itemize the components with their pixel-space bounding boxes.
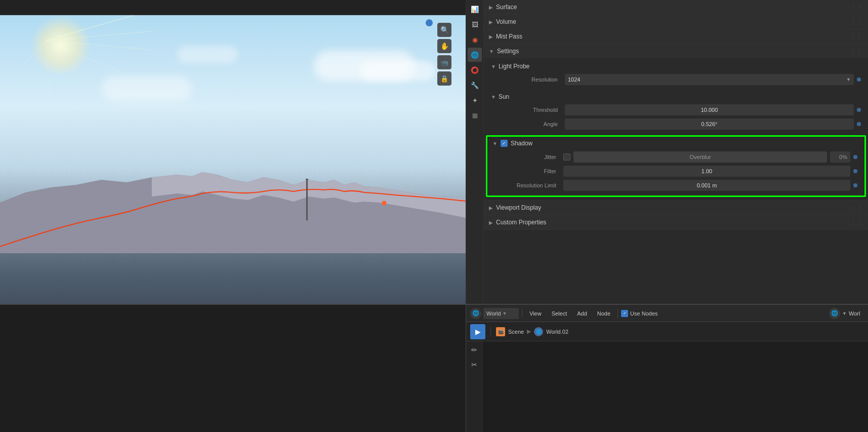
world-icon-btn[interactable]: 🌐: [470, 308, 481, 319]
sidebar-icon-view[interactable]: ◉: [468, 32, 482, 47]
section-cp-dots: ⋮⋮: [851, 220, 863, 225]
add-btn[interactable]: Add: [573, 308, 591, 319]
blue-dot: [426, 19, 433, 26]
section-viewport-display-label: Viewport Display: [496, 204, 541, 211]
shadow-section: ▼ ✓ Shadow Jitter Overblur: [486, 135, 866, 197]
section-volume: ▶ Volume ⋮⋮: [484, 15, 868, 29]
threshold-value-field[interactable]: 10.000: [565, 104, 854, 115]
section-vd-dots: ⋮⋮: [851, 205, 863, 211]
resolution-limit-value: 0.001 m: [697, 182, 717, 188]
world-dropdown[interactable]: World ▼: [483, 308, 519, 319]
breadcrumb-area: ▶ 🎬 Scene ▶ 🌐 World.02: [466, 322, 868, 341]
use-nodes-label: ✓ Use Nodes: [621, 310, 657, 317]
node-btn[interactable]: Node: [593, 308, 614, 319]
viewport-image: 🔍 ✋ 📹 🔒: [0, 0, 466, 304]
breadcrumb-arrow: ▶: [527, 328, 531, 335]
section-surface-dots: ⋮⋮: [851, 5, 863, 10]
sidebar-icon-object[interactable]: ⭕: [468, 63, 482, 77]
app-layout: 🔍 ✋ 📹 🔒 📊 🖼 ◉ 🌐 ⭕ 🔧 ✦ ⊞: [0, 0, 868, 432]
chevron-right-volume-icon: ▶: [489, 19, 493, 25]
overblur-field[interactable]: Overblur: [573, 151, 827, 163]
float-icons: 🔍 ✋ 📹 🔒: [437, 23, 451, 86]
svg-line-2: [46, 41, 152, 51]
select-tool-btn[interactable]: ▶: [470, 324, 485, 339]
jitter-percent-field[interactable]: 0%: [830, 151, 850, 163]
shadow-label: Shadow: [511, 140, 532, 147]
shadow-header[interactable]: ▼ ✓ Shadow: [487, 137, 864, 150]
section-mist-dots: ⋮⋮: [851, 34, 863, 40]
scene-icon: 🎬: [496, 327, 505, 336]
camera-icon[interactable]: 📹: [437, 55, 451, 69]
jitter-row: Jitter Overblur 0%: [487, 150, 864, 164]
resolution-dot: [857, 77, 861, 82]
jitter-dot: [853, 155, 857, 159]
chevron-down-shadow-icon: ▼: [492, 141, 498, 146]
angle-dot: [857, 122, 861, 126]
resolution-limit-dot: [853, 183, 857, 187]
chevron-right-cp-icon: ▶: [489, 220, 493, 225]
select-btn[interactable]: Select: [548, 308, 571, 319]
angle-value-field[interactable]: 0.526°: [565, 119, 854, 130]
top-section: 🔍 ✋ 📹 🔒 📊 🖼 ◉ 🌐 ⭕ 🔧 ✦ ⊞: [0, 0, 868, 304]
section-custom-props-label: Custom Properties: [496, 219, 546, 226]
light-probe-header[interactable]: ▼ Light Probe: [484, 60, 868, 72]
world-right-dropdown-arrow[interactable]: ▼: [842, 311, 847, 316]
sidebar-icon-render[interactable]: 📊: [468, 2, 482, 16]
cut-tool-btn[interactable]: ✂: [468, 358, 481, 371]
svg-line-5: [46, 41, 51, 111]
main-viewport[interactable]: 🔍 ✋ 📹 🔒: [0, 0, 466, 304]
section-custom-props-header[interactable]: ▶ Custom Properties ⋮⋮: [484, 215, 868, 229]
section-mist-header[interactable]: ▶ Mist Pass ⋮⋮: [484, 29, 868, 44]
chevron-right-mist-icon: ▶: [489, 34, 493, 40]
move-icon[interactable]: ✋: [437, 39, 451, 53]
node-editor-area[interactable]: [0, 305, 466, 432]
jitter-label: Jitter: [494, 154, 560, 160]
jitter-percent-value: 0%: [839, 154, 847, 160]
section-mist: ▶ Mist Pass ⋮⋮: [484, 29, 868, 44]
section-settings-header[interactable]: ▼ Settings ⋮⋮: [484, 44, 868, 58]
resolution-dropdown[interactable]: 1024 ▼: [565, 74, 854, 85]
node-editor-content: ✏ ✂: [466, 341, 868, 432]
section-volume-dots: ⋮⋮: [851, 19, 863, 25]
section-mist-label: Mist Pass: [496, 33, 522, 40]
jitter-checkbox[interactable]: [563, 153, 570, 161]
chevron-down-sun-icon: ▼: [491, 94, 496, 100]
world-icon-right[interactable]: 🌐: [829, 308, 840, 319]
light-probe-label: Light Probe: [499, 63, 529, 70]
section-volume-header[interactable]: ▶ Volume ⋮⋮: [484, 15, 868, 29]
icon-sidebar: 📊 🖼 ◉ 🌐 ⭕ 🔧 ✦ ⊞: [466, 0, 484, 304]
section-surface-label: Surface: [496, 4, 517, 11]
resolution-limit-field[interactable]: 0.001 m: [563, 180, 850, 191]
section-viewport-display-header[interactable]: ▶ Viewport Display ⋮⋮: [484, 201, 868, 215]
zoom-icon[interactable]: 🔍: [437, 23, 451, 37]
world-dropdown-arrow: ▼: [503, 311, 507, 316]
draw-tool-btn[interactable]: ✏: [468, 343, 481, 357]
filter-value-field[interactable]: 1.00: [563, 166, 850, 177]
scene-label: Scene: [508, 329, 524, 335]
sidebar-icon-output[interactable]: 🖼: [468, 17, 482, 31]
world-breadcrumb-icon: 🌐: [534, 327, 543, 336]
chevron-right-vd-icon: ▶: [489, 205, 493, 211]
bottom-section: 🌐 World ▼ View Select Add Node ✓ Use Nod…: [0, 304, 868, 432]
resolution-value: 1024: [568, 76, 580, 83]
use-nodes-checkbox[interactable]: ✓: [621, 310, 628, 317]
section-settings: ▼ Settings ⋮⋮ ▼ Light Probe Resol: [484, 44, 868, 201]
sidebar-icon-particles[interactable]: ✦: [468, 93, 482, 107]
shadow-checkbox[interactable]: ✓: [501, 140, 508, 147]
svg-line-6: [0, 41, 46, 91]
sidebar-icon-world[interactable]: 🌐: [468, 48, 482, 62]
filter-label: Filter: [494, 168, 560, 174]
threshold-value: 10.000: [701, 107, 718, 113]
sidebar-icon-physics[interactable]: ⊞: [468, 108, 482, 123]
right-panel: 📊 🖼 ◉ 🌐 ⭕ 🔧 ✦ ⊞ ▶ Surface: [466, 0, 868, 304]
node-canvas[interactable]: [482, 341, 868, 432]
lock-icon[interactable]: 🔒: [437, 71, 451, 86]
chevron-down-lp-icon: ▼: [491, 64, 496, 69]
view-btn[interactable]: View: [525, 308, 546, 319]
sidebar-icon-modifiers[interactable]: 🔧: [468, 78, 482, 92]
sun-header[interactable]: ▼ Sun: [484, 91, 868, 103]
subsection-sun: ▼ Sun Threshold 10.000: [484, 89, 868, 133]
section-settings-label: Settings: [497, 48, 519, 55]
section-surface-header[interactable]: ▶ Surface ⋮⋮: [484, 0, 868, 14]
subsection-light-probe: ▼ Light Probe Resolution 1024 ▼: [484, 58, 868, 89]
